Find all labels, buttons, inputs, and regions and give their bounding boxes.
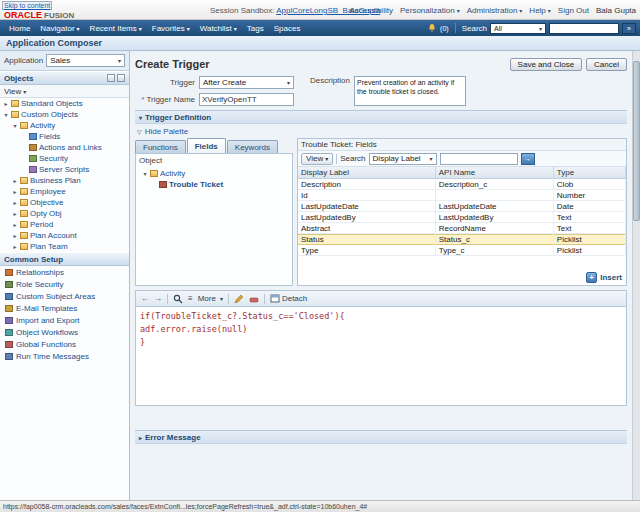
- trigger-select[interactable]: After Create▾: [199, 76, 294, 89]
- top-link[interactable]: Personalization▾: [400, 6, 460, 15]
- tree-item[interactable]: Fields: [0, 131, 129, 142]
- scrollbar-thumb[interactable]: [633, 61, 640, 221]
- palette-tab[interactable]: Fields: [187, 138, 226, 153]
- description-textarea[interactable]: Prevent creation of an activity if the t…: [354, 76, 466, 106]
- more-menu-button[interactable]: More▾: [198, 294, 223, 303]
- common-setup-item[interactable]: Custom Subject Areas: [0, 290, 129, 302]
- palette-tab[interactable]: Functions: [135, 140, 186, 153]
- expand-icon[interactable]: [12, 232, 18, 239]
- common-setup-header[interactable]: Common Setup: [0, 252, 129, 266]
- common-setup-list: RelationshipsRole SecurityCustom Subject…: [0, 266, 129, 362]
- search-scope-select[interactable]: All▾: [490, 23, 546, 34]
- application-label: Application: [4, 56, 43, 65]
- expand-icon[interactable]: [12, 122, 18, 129]
- nav-item[interactable]: Navigator▾: [35, 24, 84, 33]
- expand-icon[interactable]: [3, 111, 9, 118]
- palette-tab[interactable]: Keywords: [227, 140, 278, 153]
- object-tree-item[interactable]: Trouble Ticket: [139, 179, 289, 190]
- tree-item-icon: [20, 210, 28, 217]
- common-setup-item[interactable]: Role Security: [0, 278, 129, 290]
- search-go-icon[interactable]: →: [521, 153, 535, 165]
- search-field-select[interactable]: Display Label▾: [369, 153, 437, 165]
- panel-collapse-icon[interactable]: [117, 74, 125, 82]
- object-icon: [159, 181, 167, 188]
- cancel-button[interactable]: Cancel: [586, 58, 627, 71]
- tree-item[interactable]: Activity: [0, 120, 129, 131]
- redo-icon[interactable]: →: [154, 294, 162, 303]
- tree-item[interactable]: Period: [0, 219, 129, 230]
- expand-icon[interactable]: [12, 177, 18, 184]
- expand-icon[interactable]: [12, 199, 18, 206]
- expand-icon[interactable]: [12, 210, 18, 217]
- trigger-name-input[interactable]: XVerifyOpenTT: [199, 93, 294, 106]
- hide-palette-link[interactable]: Hide Palette: [145, 127, 189, 136]
- tree-item[interactable]: Plan Team: [0, 241, 129, 252]
- column-header[interactable]: Type: [554, 167, 626, 179]
- table-row[interactable]: DescriptionDescription_cClob: [298, 179, 626, 190]
- nav-item[interactable]: Watchlist▾: [195, 24, 242, 33]
- script-editor[interactable]: if(TroubleTicket_c?.Status_c=='Closed'){…: [135, 306, 627, 406]
- application-select[interactable]: Sales▾: [46, 54, 125, 67]
- search-go-icon[interactable]: »: [622, 23, 636, 34]
- eraser-icon[interactable]: [249, 294, 259, 304]
- column-header[interactable]: Display Label: [298, 167, 436, 179]
- pencil-icon[interactable]: [234, 294, 244, 304]
- tree-item[interactable]: Security: [0, 153, 129, 164]
- panel-action-icon[interactable]: [107, 74, 115, 82]
- error-message-header[interactable]: ▸Error Message: [135, 430, 627, 444]
- tree-item[interactable]: Business Plan: [0, 175, 129, 186]
- insert-button[interactable]: +Insert: [586, 272, 622, 283]
- column-header[interactable]: API Name: [436, 167, 554, 179]
- global-search-input[interactable]: [549, 23, 619, 34]
- table-row[interactable]: AbstractRecordNameText: [298, 223, 626, 234]
- common-setup-item[interactable]: Run Time Messages: [0, 350, 129, 362]
- top-link[interactable]: Help▾: [529, 6, 550, 15]
- find-icon[interactable]: [173, 294, 183, 304]
- bell-icon[interactable]: [427, 23, 437, 33]
- expand-icon[interactable]: [142, 170, 148, 177]
- tree-item[interactable]: Plan Account: [0, 230, 129, 241]
- tree-item[interactable]: Objective: [0, 197, 129, 208]
- expand-icon[interactable]: [12, 221, 18, 228]
- nav-item[interactable]: Recent Items▾: [85, 24, 147, 33]
- undo-icon[interactable]: ←: [141, 294, 149, 303]
- nav-item[interactable]: Home: [4, 24, 35, 33]
- expand-icon[interactable]: [3, 100, 9, 107]
- tree-item[interactable]: Standard Objects: [0, 98, 129, 109]
- table-row[interactable]: IdNumber: [298, 190, 626, 201]
- top-link[interactable]: Administration▾: [467, 6, 523, 15]
- detach-button[interactable]: Detach: [270, 294, 307, 303]
- table-row[interactable]: LastUpdatedByLastUpdatedByText: [298, 212, 626, 223]
- common-setup-item[interactable]: E-Mail Templates: [0, 302, 129, 314]
- lines-icon[interactable]: ≡: [188, 294, 193, 303]
- table-row[interactable]: TypeType_cPicklist: [298, 245, 626, 256]
- tree-item[interactable]: Employee: [0, 186, 129, 197]
- object-tree-item[interactable]: Activity: [139, 168, 289, 179]
- top-link[interactable]: Sign Out: [558, 6, 589, 15]
- tree-item[interactable]: Custom Objects: [0, 109, 129, 120]
- fields-search-input[interactable]: [440, 153, 518, 165]
- nav-item[interactable]: Favorites▾: [147, 24, 195, 33]
- common-setup-item[interactable]: Global Functions: [0, 338, 129, 350]
- expand-icon[interactable]: [12, 188, 18, 195]
- nav-item[interactable]: Spaces: [269, 24, 306, 33]
- expand-icon[interactable]: [12, 243, 18, 250]
- common-setup-item[interactable]: Relationships: [0, 266, 129, 278]
- tree-item[interactable]: Server Scripts: [0, 164, 129, 175]
- table-row[interactable]: StatusStatus_cPicklist: [298, 234, 626, 245]
- tree-item[interactable]: Actions and Links: [0, 142, 129, 153]
- view-menu-button[interactable]: View▾: [301, 153, 333, 165]
- common-setup-item[interactable]: Import and Export: [0, 314, 129, 326]
- nav-item[interactable]: Tags: [242, 24, 269, 33]
- trigger-definition-header[interactable]: ▾Trigger Definition: [135, 110, 627, 124]
- save-and-close-button[interactable]: Save and Close: [510, 58, 582, 71]
- skip-to-content-link[interactable]: Skip to content: [2, 1, 52, 10]
- top-link[interactable]: Accessibility: [349, 6, 393, 15]
- collapse-palette-icon[interactable]: ▽: [137, 128, 142, 135]
- common-setup-item[interactable]: Object Workflows: [0, 326, 129, 338]
- tree-item[interactable]: Opty Obj: [0, 208, 129, 219]
- objects-view-menu[interactable]: View▾: [0, 85, 129, 98]
- objects-panel-header[interactable]: Objects: [0, 71, 129, 85]
- vertical-scrollbar[interactable]: [632, 51, 640, 500]
- table-row[interactable]: LastUpdateDateLastUpdateDateDate: [298, 201, 626, 212]
